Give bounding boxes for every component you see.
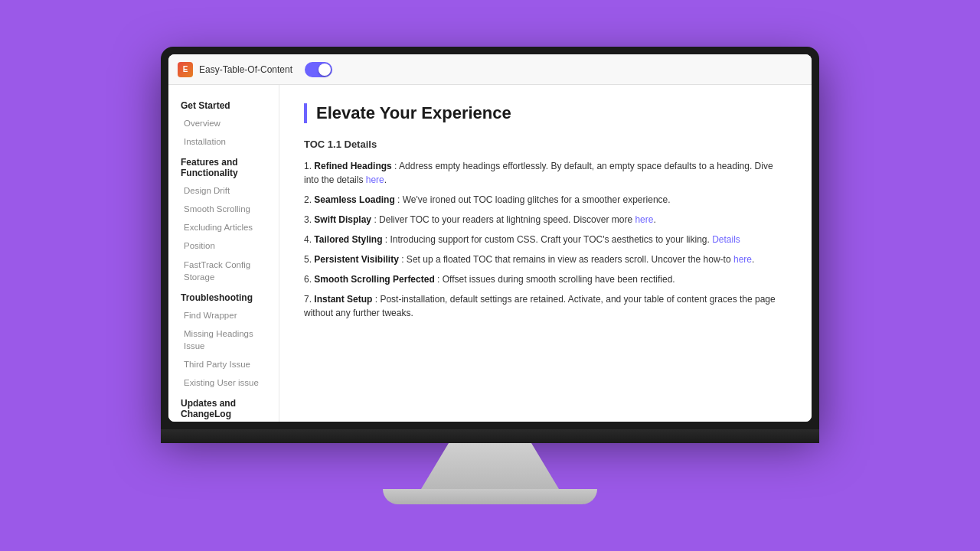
sidebar-section-get-started: Get Started — [168, 94, 279, 114]
sidebar-item-existing-user[interactable]: Existing User issue — [168, 373, 279, 392]
sidebar-section-features: Features and Functionality — [168, 151, 279, 181]
sidebar-item-overview[interactable]: Overview — [168, 114, 279, 132]
sidebar-item-third-party[interactable]: Third Party Issue — [168, 355, 279, 373]
content-list: Refined Headings : Address empty heading… — [304, 159, 787, 320]
refined-headings-link[interactable]: here — [366, 174, 384, 185]
main-layout: Get Started Overview Installation Featur… — [168, 85, 812, 422]
monitor-chin — [161, 429, 819, 443]
list-item: Refined Headings : Address empty heading… — [304, 159, 787, 187]
sidebar: Get Started Overview Installation Featur… — [168, 85, 279, 422]
list-item: Instant Setup : Post-installation, defau… — [304, 292, 787, 320]
browser-window: E Easy-Table-Of-Content Get Started Over… — [168, 54, 812, 422]
sidebar-item-fasttrack[interactable]: FastTrack Config Storage — [168, 256, 279, 286]
list-item: Smooth Scrolling Perfected : Offset issu… — [304, 272, 787, 286]
monitor-screen: E Easy-Table-Of-Content Get Started Over… — [161, 47, 819, 429]
list-item: Seamless Loading : We've ironed out TOC … — [304, 193, 787, 207]
toolbar: E Easy-Table-Of-Content — [168, 54, 812, 85]
swift-display-link[interactable]: here — [635, 214, 653, 225]
brand-name: Easy-Table-Of-Content — [199, 64, 292, 75]
sidebar-section-updates: Updates and ChangeLog — [168, 392, 279, 422]
sidebar-item-installation[interactable]: Installation — [168, 132, 279, 151]
section-subtitle: TOC 1.1 Details — [304, 139, 787, 150]
sidebar-item-find-wrapper[interactable]: Find Wrapper — [168, 306, 279, 324]
tailored-styling-link[interactable]: Details — [712, 234, 740, 245]
sidebar-item-smooth-scrolling[interactable]: Smooth Scrolling — [168, 200, 279, 218]
monitor-stand-base — [383, 489, 597, 504]
list-item: Persistent Visibility : Set up a floated… — [304, 253, 787, 266]
persistent-visibility-link[interactable]: here — [733, 254, 752, 265]
brand-icon: E — [178, 62, 193, 77]
list-item: Tailored Styling : Introducing support f… — [304, 233, 787, 246]
sidebar-item-design-drift[interactable]: Design Drift — [168, 181, 279, 200]
list-item: Swift Display : Deliver TOC to your read… — [304, 213, 787, 227]
toggle-switch[interactable] — [305, 62, 332, 77]
page-title: Elevate Your Experience — [304, 103, 787, 123]
monitor: E Easy-Table-Of-Content Get Started Over… — [161, 47, 819, 504]
monitor-stand-top — [421, 443, 559, 489]
sidebar-item-excluding-articles[interactable]: Excluding Articles — [168, 218, 279, 236]
content-area: Elevate Your Experience TOC 1.1 Details … — [279, 85, 812, 422]
sidebar-section-troubleshooting: Troubleshooting — [168, 286, 279, 306]
sidebar-item-position[interactable]: Position — [168, 236, 279, 255]
sidebar-item-missing-headings[interactable]: Missing Headings Issue — [168, 324, 279, 355]
